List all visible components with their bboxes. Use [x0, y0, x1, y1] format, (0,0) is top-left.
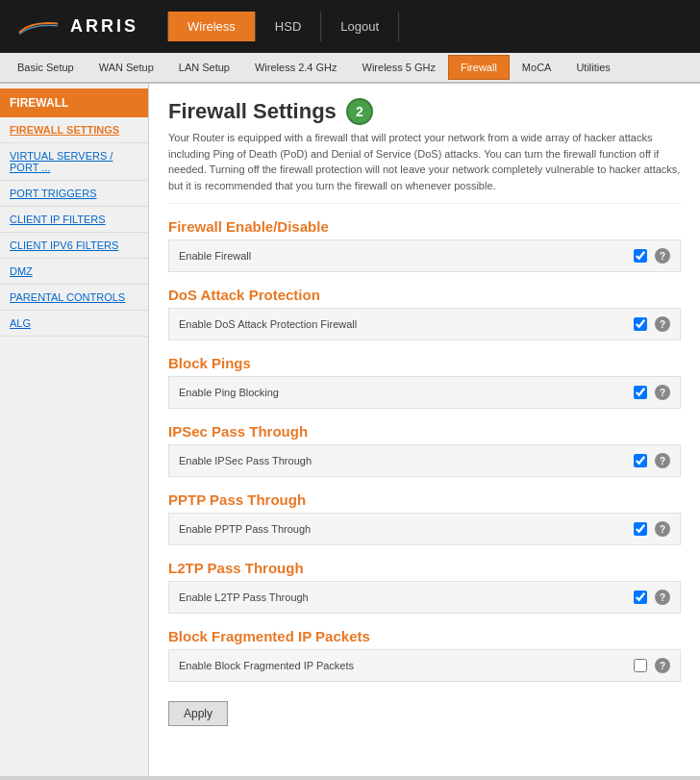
help-icon-4-0[interactable]: ?: [655, 521, 670, 537]
content-area: Firewall Settings 2 Your Router is equip…: [149, 84, 700, 776]
setting-checkbox-2-0[interactable]: [634, 386, 647, 399]
setting-checkbox-4-0[interactable]: [634, 522, 647, 536]
top-nav-logout[interactable]: Logout: [321, 12, 399, 41]
sidebar-item-client-ip-filters[interactable]: CLIENT IP FILTERS: [0, 207, 148, 233]
setting-row-4-0: Enable PPTP Pass Through ?: [168, 513, 681, 545]
top-nav-wireless[interactable]: Wireless: [167, 12, 256, 41]
tab-lan-setup[interactable]: LAN Setup: [166, 55, 242, 80]
setting-label-1-0: Enable DoS Attack Protection Firewall: [179, 318, 626, 330]
help-icon-5-0[interactable]: ?: [655, 590, 670, 605]
tab-moca[interactable]: MoCA: [510, 55, 564, 80]
sidebar-item-port-triggers[interactable]: PORT TRIGGERS: [0, 181, 148, 207]
sidebar-item-firewall-settings[interactable]: FIREWALL SETTINGS: [0, 117, 148, 143]
setting-row-6-0: Enable Block Fragmented IP Packets ?: [168, 649, 681, 682]
setting-row-5-0: Enable L2TP Pass Through ?: [168, 581, 681, 614]
setting-checkbox-3-0[interactable]: [634, 454, 647, 467]
help-icon-6-0[interactable]: ?: [655, 658, 670, 673]
sidebar: FIREWALL FIREWALL SETTINGS VIRTUAL SERVE…: [0, 84, 149, 776]
tab-wan-setup[interactable]: WAN Setup: [87, 55, 166, 80]
main-layout: FIREWALL FIREWALL SETTINGS VIRTUAL SERVE…: [0, 84, 700, 776]
logo-text: ARRIS: [70, 16, 138, 37]
setting-checkbox-1-0[interactable]: [634, 317, 647, 331]
setting-label-4-0: Enable PPTP Pass Through: [179, 523, 626, 535]
setting-label-0-0: Enable Firewall: [179, 250, 626, 262]
setting-label-6-0: Enable Block Fragmented IP Packets: [179, 660, 626, 671]
help-icon-2-0[interactable]: ?: [655, 385, 670, 400]
section-title-3: IPSec Pass Through: [168, 423, 681, 440]
tab-firewall[interactable]: Firewall: [448, 55, 510, 80]
sidebar-item-alg[interactable]: ALG: [0, 311, 148, 337]
apply-button[interactable]: Apply: [168, 701, 228, 726]
arris-logo-icon: [14, 17, 62, 37]
section-title-5: L2TP Pass Through: [168, 560, 681, 576]
step-badge: 2: [346, 98, 373, 125]
section-title-0: Firewall Enable/Disable: [168, 218, 681, 235]
sidebar-header: FIREWALL: [0, 88, 148, 117]
page-title-area: Firewall Settings 2: [168, 98, 681, 125]
tab-utilities[interactable]: Utilities: [563, 55, 622, 80]
section-title-4: PPTP Pass Through: [168, 491, 681, 508]
page-title-text: Firewall Settings: [168, 99, 337, 124]
secondary-nav: Basic Setup WAN Setup LAN Setup Wireless…: [0, 53, 700, 84]
sidebar-item-parental-controls[interactable]: PARENTAL CONTROLS: [0, 285, 148, 311]
help-icon-3-0[interactable]: ?: [655, 453, 670, 468]
setting-checkbox-5-0[interactable]: [634, 591, 647, 604]
top-nav: Wireless HSD Logout: [167, 12, 399, 41]
setting-row-0-0: Enable Firewall ?: [168, 239, 681, 272]
help-icon-0-0[interactable]: ?: [655, 248, 670, 264]
header: ARRIS Wireless HSD Logout: [0, 0, 700, 53]
setting-row-3-0: Enable IPSec Pass Through ?: [168, 444, 681, 477]
sidebar-item-client-ipv6-filters[interactable]: CLIENT IPV6 FILTERS: [0, 233, 148, 259]
tab-wireless-5[interactable]: Wireless 5 GHz: [350, 55, 448, 80]
section-title-2: Block Pings: [168, 355, 681, 371]
top-nav-hsd[interactable]: HSD: [256, 12, 321, 41]
logo-area: ARRIS: [14, 16, 138, 37]
section-title-6: Block Fragmented IP Packets: [168, 628, 681, 644]
sidebar-item-virtual-servers[interactable]: VIRTUAL SERVERS / PORT ...: [0, 143, 148, 181]
setting-label-5-0: Enable L2TP Pass Through: [179, 591, 626, 603]
sidebar-item-dmz[interactable]: DMZ: [0, 259, 148, 285]
tab-wireless-24[interactable]: Wireless 2.4 GHz: [242, 55, 350, 80]
help-icon-1-0[interactable]: ?: [655, 316, 670, 332]
page-description: Your Router is equipped with a firewall …: [168, 130, 681, 204]
setting-checkbox-6-0[interactable]: [634, 659, 647, 672]
setting-checkbox-0-0[interactable]: [634, 249, 647, 263]
tab-basic-setup[interactable]: Basic Setup: [5, 55, 87, 80]
setting-row-2-0: Enable Ping Blocking ?: [168, 376, 681, 409]
setting-label-3-0: Enable IPSec Pass Through: [179, 455, 626, 466]
setting-row-1-0: Enable DoS Attack Protection Firewall ?: [168, 308, 681, 340]
section-title-1: DoS Attack Protection: [168, 287, 681, 303]
setting-label-2-0: Enable Ping Blocking: [179, 387, 626, 398]
